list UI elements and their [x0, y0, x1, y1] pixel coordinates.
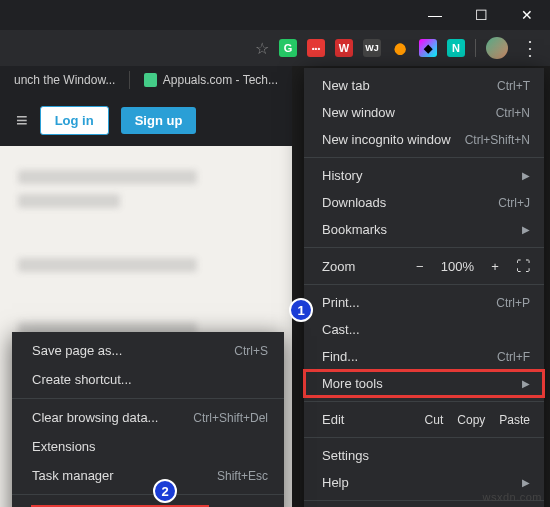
zoom-in-button[interactable]: +	[488, 259, 502, 274]
tab-title: Appuals.com - Tech...	[163, 73, 278, 87]
menu-item-cast[interactable]: Cast...	[304, 316, 544, 343]
window-maximize-button[interactable]: ☐	[458, 0, 504, 30]
menu-separator	[304, 401, 544, 402]
submenu-item-task-manager[interactable]: Task managerShift+Esc	[12, 461, 284, 490]
menu-item-find[interactable]: Find...Ctrl+F	[304, 343, 544, 370]
signup-button[interactable]: Sign up	[121, 107, 197, 134]
menu-item-bookmarks[interactable]: Bookmarks▶	[304, 216, 544, 243]
browser-tab[interactable]: unch the Window...	[0, 67, 129, 93]
extension-icon[interactable]: ◆	[419, 39, 437, 57]
menu-separator	[12, 398, 284, 399]
copy-button[interactable]: Copy	[457, 413, 485, 427]
menu-separator	[304, 284, 544, 285]
page-header: ≡ Log in Sign up	[0, 94, 292, 146]
menu-item-new-tab[interactable]: New tabCtrl+T	[304, 72, 544, 99]
menu-item-new-incognito[interactable]: New incognito windowCtrl+Shift+N	[304, 126, 544, 153]
chevron-right-icon: ▶	[522, 477, 530, 488]
menu-separator	[304, 247, 544, 248]
chevron-right-icon: ▶	[522, 224, 530, 235]
chevron-right-icon: ▶	[522, 170, 530, 181]
menu-item-edit-row: Edit Cut Copy Paste	[304, 406, 544, 433]
menu-item-print[interactable]: Print...Ctrl+P	[304, 289, 544, 316]
submenu-item-clear-data[interactable]: Clear browsing data...Ctrl+Shift+Del	[12, 403, 284, 432]
watermark-text: wsxdn.com	[482, 491, 542, 503]
window-controls: — ☐ ✕	[0, 0, 550, 30]
menu-item-new-window[interactable]: New windowCtrl+N	[304, 99, 544, 126]
more-tools-submenu: Save page as...Ctrl+S Create shortcut...…	[12, 332, 284, 507]
step-badge-2: 2	[153, 479, 177, 503]
fullscreen-icon[interactable]: ⛶	[516, 258, 530, 274]
window-close-button[interactable]: ✕	[504, 0, 550, 30]
menu-item-history[interactable]: History▶	[304, 162, 544, 189]
toolbar-separator	[475, 39, 476, 57]
extension-icon[interactable]: •••	[307, 39, 325, 57]
menu-item-more-tools[interactable]: More tools▶	[304, 370, 544, 397]
submenu-item-create-shortcut[interactable]: Create shortcut...	[12, 365, 284, 394]
extension-icon[interactable]: WJ	[363, 39, 381, 57]
menu-item-zoom: Zoom − 100% + ⛶	[304, 252, 544, 280]
tab-favicon-icon	[144, 73, 157, 87]
zoom-out-button[interactable]: −	[413, 259, 427, 274]
chevron-right-icon: ▶	[522, 378, 530, 389]
login-button[interactable]: Log in	[40, 106, 109, 135]
bookmark-star-icon[interactable]: ☆	[255, 39, 269, 58]
browser-tab[interactable]: Appuals.com - Tech...	[130, 67, 292, 93]
hamburger-icon[interactable]: ≡	[16, 109, 28, 132]
submenu-item-save-page[interactable]: Save page as...Ctrl+S	[12, 336, 284, 365]
extension-icon[interactable]: N	[447, 39, 465, 57]
window-minimize-button[interactable]: —	[412, 0, 458, 30]
menu-separator	[12, 494, 284, 495]
menu-item-downloads[interactable]: DownloadsCtrl+J	[304, 189, 544, 216]
submenu-item-developer-tools[interactable]: Developer toolsCtrl+Shift+I	[12, 499, 284, 507]
paste-button[interactable]: Paste	[499, 413, 530, 427]
edit-label: Edit	[322, 412, 411, 427]
menu-separator	[304, 437, 544, 438]
extension-icon[interactable]: G	[279, 39, 297, 57]
cut-button[interactable]: Cut	[425, 413, 444, 427]
zoom-value: 100%	[441, 259, 474, 274]
browser-toolbar: ☆ G ••• W WJ ⬤ ◆ N ⋮	[0, 30, 550, 66]
tab-strip: unch the Window... Appuals.com - Tech...	[0, 66, 292, 94]
submenu-item-extensions[interactable]: Extensions	[12, 432, 284, 461]
extension-icon[interactable]: ⬤	[391, 39, 409, 57]
zoom-label: Zoom	[322, 259, 405, 274]
menu-separator	[304, 157, 544, 158]
chrome-main-menu: New tabCtrl+T New windowCtrl+N New incog…	[304, 68, 544, 507]
tab-title: unch the Window...	[14, 73, 115, 87]
menu-item-settings[interactable]: Settings	[304, 442, 544, 469]
extension-icon[interactable]: W	[335, 39, 353, 57]
step-badge-1: 1	[289, 298, 313, 322]
profile-avatar[interactable]	[486, 37, 508, 59]
menu-dots-icon[interactable]: ⋮	[518, 45, 542, 51]
